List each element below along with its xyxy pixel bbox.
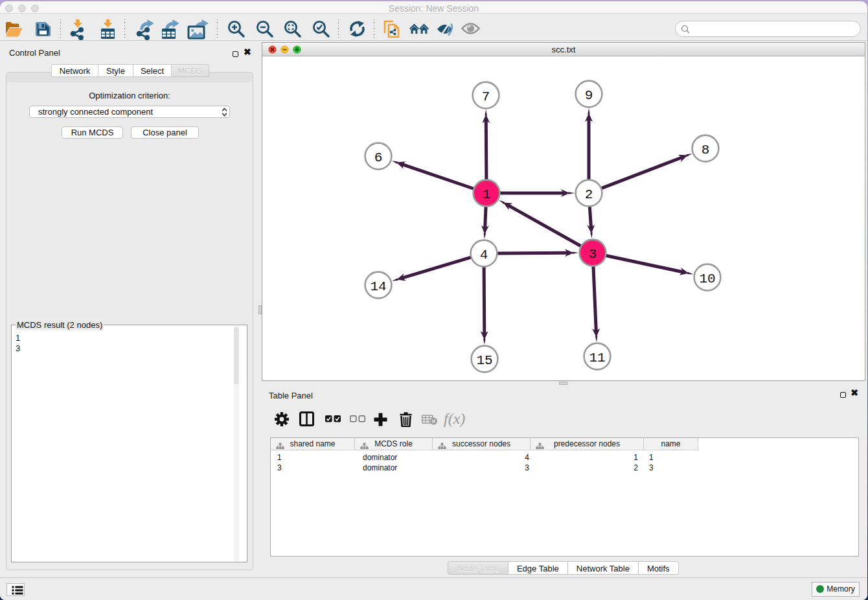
svg-text:1: 1 [483,187,491,202]
svg-text:15: 15 [476,353,492,368]
svg-text:2: 2 [585,187,593,202]
svg-text:6: 6 [374,150,383,165]
svg-text:14: 14 [370,279,386,294]
svg-text:11: 11 [589,351,605,365]
svg-text:7: 7 [482,89,490,104]
svg-text:4: 4 [480,248,488,262]
svg-text:8: 8 [702,143,710,157]
svg-text:10: 10 [699,271,715,286]
svg-text:3: 3 [589,247,597,262]
svg-text:9: 9 [585,88,593,103]
